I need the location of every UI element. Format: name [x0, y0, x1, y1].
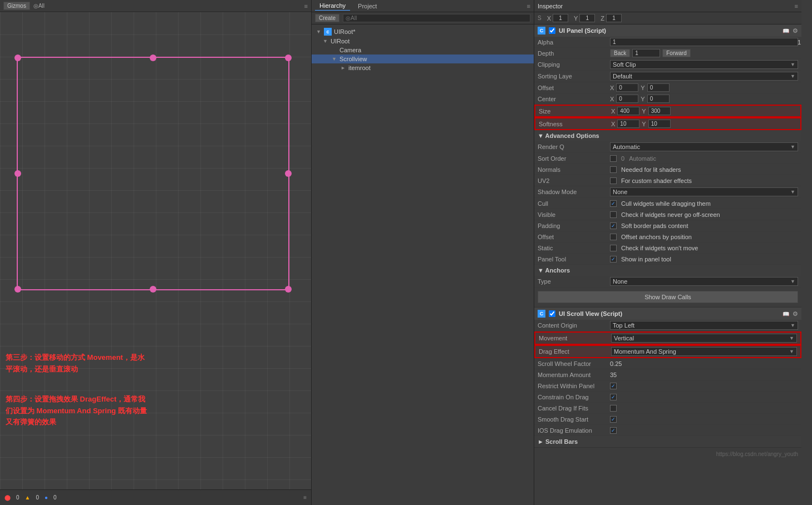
tree-item-scrollview[interactable]: ▼ Scrollview	[312, 55, 534, 63]
z-input[interactable]	[606, 14, 622, 22]
sort-order-checkbox[interactable]	[610, 155, 617, 162]
offset-x-input[interactable]	[616, 83, 638, 92]
softness-label: Softness	[539, 121, 611, 127]
anchors-header[interactable]: ▼ Anchors	[534, 265, 801, 276]
handle-br[interactable]	[285, 286, 292, 293]
tree-item-camera[interactable]: Camera	[312, 46, 534, 55]
handle-ml[interactable]	[14, 170, 21, 177]
sorting-layer-value: Default ▼	[610, 72, 798, 81]
drag-effect-dropdown[interactable]: Momentum And Spring ▼	[611, 347, 797, 356]
scroll-wheel-factor-label: Scroll Wheel Factor	[538, 360, 610, 367]
gizmos-button[interactable]: Gizmos	[3, 2, 30, 10]
normals-checkbox[interactable]	[610, 166, 617, 173]
panel-menu-icon: ≡	[527, 3, 530, 9]
handle-mr[interactable]	[285, 170, 292, 177]
ui-scroll-title: UI Scroll View (Script)	[559, 310, 779, 317]
padding-checkbox[interactable]	[610, 222, 617, 229]
smooth-drag-start-checkbox[interactable]	[610, 416, 617, 423]
panel-tool-checkbox[interactable]	[610, 256, 617, 263]
scene-toolbar: Gizmos ◎All ≡	[0, 0, 311, 12]
clipping-value: Soft Clip ▼	[610, 60, 798, 69]
handle-tr[interactable]	[285, 55, 292, 61]
alpha-input[interactable]	[610, 38, 798, 46]
constrain-on-drag-checkbox[interactable]	[610, 394, 617, 400]
depth-back-btn[interactable]: Back	[610, 49, 630, 57]
scene-view: 第一步：设置 UIPanel 的 Clipping 为 SoftClip 第二步…	[0, 12, 311, 489]
clipping-dropdown[interactable]: Soft Clip ▼	[610, 60, 798, 69]
size-y-input[interactable]	[648, 107, 671, 115]
offset-y-input[interactable]	[647, 83, 670, 92]
render-q-dropdown[interactable]: Automatic ▼	[610, 142, 798, 151]
depth-input[interactable]	[632, 49, 660, 57]
ui-panel-enabled[interactable]	[549, 27, 555, 34]
ui-scroll-icon: C	[538, 310, 545, 318]
size-label: Size	[539, 108, 611, 115]
ui-panel-header[interactable]: C UI Panel (Script) 📖 ⚙	[534, 24, 801, 37]
content-origin-dropdown[interactable]: Top Left ▼	[610, 321, 798, 330]
hierarchy-toolbar: Create	[312, 12, 534, 24]
center-y-input[interactable]	[647, 95, 670, 103]
visible-checkbox[interactable]	[610, 211, 617, 218]
size-x-input[interactable]	[617, 107, 639, 115]
ui-scroll-section: C UI Scroll View (Script) 📖 ⚙ Content Or…	[534, 308, 801, 448]
type-row: Type None ▼	[534, 276, 801, 288]
scroll-bars-header[interactable]: ► Scroll Bars	[534, 436, 801, 447]
depth-forward-btn[interactable]: Forward	[662, 49, 691, 57]
message-count: 0	[53, 494, 57, 501]
ios-drag-emulation-label: IOS Drag Emulation	[538, 427, 610, 434]
tree-arrow: ▼	[323, 38, 328, 44]
cancel-drag-if-fits-checkbox[interactable]	[610, 405, 617, 412]
tab-hierarchy[interactable]: Hierarchy	[315, 1, 350, 11]
handle-tl[interactable]	[14, 55, 21, 61]
create-button[interactable]: Create	[315, 14, 339, 22]
ui-scroll-header[interactable]: C UI Scroll View (Script) 📖 ⚙	[534, 308, 801, 320]
cull-checkbox[interactable]	[610, 200, 617, 207]
shadow-mode-dropdown[interactable]: None ▼	[610, 187, 798, 196]
advanced-options-header[interactable]: ▼ Advanced Options	[534, 130, 801, 141]
y-input[interactable]	[579, 14, 595, 22]
sorting-layer-dropdown[interactable]: Default ▼	[610, 72, 798, 81]
normals-label: Normals	[538, 166, 610, 173]
movement-dropdown[interactable]: Vertical ▼	[611, 334, 797, 343]
momentum-amount-value: 35	[610, 372, 798, 378]
handle-bl[interactable]	[14, 286, 21, 293]
cull-row: Cull Cull widgets while dragging them	[534, 198, 801, 209]
handle-tc[interactable]	[150, 55, 156, 61]
ios-drag-emulation-checkbox[interactable]	[610, 427, 617, 434]
handle-bc[interactable]	[150, 286, 156, 293]
normals-value: Needed for lit shaders	[610, 166, 798, 173]
static-checkbox[interactable]	[610, 245, 617, 251]
tree-label: UIRoot	[331, 38, 350, 44]
softness-x-input[interactable]	[617, 120, 639, 128]
x-input[interactable]	[553, 14, 568, 22]
ui-panel-section: C UI Panel (Script) 📖 ⚙ Alpha 1 Depth Ba…	[534, 24, 801, 308]
tree-arrow: ▼	[332, 56, 337, 62]
show-draw-calls-button[interactable]: Show Draw Calls	[538, 291, 798, 303]
tree-item-uiroot[interactable]: ▼ UIRoot	[312, 37, 534, 46]
ui-scroll-enabled[interactable]	[549, 310, 555, 317]
tab-project[interactable]: Project	[353, 2, 381, 11]
center-value: X Y	[610, 95, 798, 103]
hierarchy-search[interactable]	[343, 14, 530, 22]
warning-icon: ▲	[25, 494, 31, 501]
hierarchy-tree: ▼ c UIRoot* ▼ UIRoot Camera ▼ Scrollview…	[312, 24, 534, 505]
content-origin-row: Content Origin Top Left ▼	[534, 320, 801, 331]
restrict-within-panel-checkbox[interactable]	[610, 383, 617, 389]
ui-scroll-gear-icon[interactable]: ⚙	[793, 310, 798, 318]
tree-item-uiroot-star[interactable]: ▼ c UIRoot*	[312, 27, 534, 37]
center-x-input[interactable]	[616, 95, 638, 103]
uv2-checkbox[interactable]	[610, 177, 617, 184]
error-icon: ⬤	[4, 494, 11, 501]
drag-effect-value: Momentum And Spring ▼	[611, 347, 797, 356]
softness-y-input[interactable]	[648, 120, 671, 128]
ui-panel-gear-icon[interactable]: ⚙	[793, 27, 798, 34]
type-dropdown[interactable]: None ▼	[610, 277, 798, 286]
uv2-label: UV2	[538, 177, 610, 184]
padding-value: Soft border pads content	[610, 222, 798, 229]
content-origin-value: Top Left ▼	[610, 321, 798, 330]
offset2-checkbox[interactable]	[610, 234, 617, 240]
cancel-drag-if-fits-value	[610, 405, 798, 412]
uv2-row: UV2 For custom shader effects	[534, 175, 801, 186]
inspector-menu: ≡	[795, 3, 798, 9]
tree-item-itemroot[interactable]: ► itemroot	[312, 63, 534, 72]
